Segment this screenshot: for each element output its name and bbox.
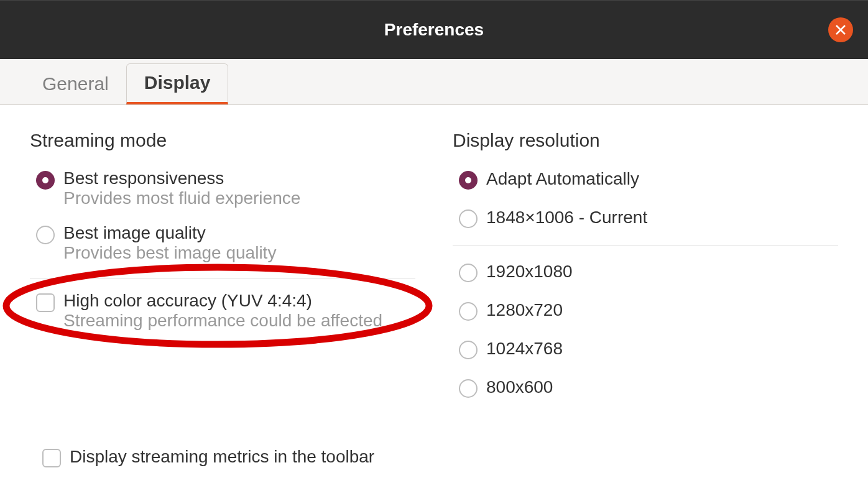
resolution-1080-label: 1920x1080 [486,262,573,282]
radio-resolution-768[interactable] [459,341,478,359]
resolution-1024x768[interactable]: 1024x768 [453,338,838,359]
resolution-title: Display resolution [453,130,838,151]
resolution-column: Display resolution Adapt Automatically 1… [453,130,838,415]
option-text: Best image quality Provides best image q… [63,223,276,263]
resolution-1280x720[interactable]: 1280x720 [453,300,838,321]
option-best-responsiveness[interactable]: Best responsiveness Provides most fluid … [30,168,415,208]
checkbox-display-metrics[interactable] [42,449,61,467]
radio-best-responsiveness[interactable] [36,171,55,190]
radio-resolution-1080[interactable] [459,264,478,282]
option-text: Best responsiveness Provides most fluid … [63,168,300,208]
close-button[interactable] [828,17,853,42]
best-quality-label: Best image quality [63,223,276,243]
resolution-current-label: 1848×1006 - Current [486,208,647,228]
tab-display[interactable]: Display [126,63,229,104]
resolution-auto[interactable]: Adapt Automatically [453,168,838,190]
best-responsiveness-sub: Provides most fluid experience [63,188,300,208]
resolution-1920x1080[interactable]: 1920x1080 [453,261,838,282]
divider [30,278,415,278]
tab-general[interactable]: General [25,63,126,104]
radio-resolution-600[interactable] [459,379,478,398]
streaming-mode-title: Streaming mode [30,130,415,151]
resolution-600-label: 800x600 [486,377,553,397]
display-metrics-label: Display streaming metrics in the toolbar [70,447,374,467]
option-text: High color accuracy (YUV 4:4:4) Streamin… [63,291,382,331]
resolution-auto-label: Adapt Automatically [486,169,639,189]
resolution-768-label: 1024x768 [486,339,563,359]
radio-best-quality[interactable] [36,226,55,244]
divider [453,246,838,246]
window-title: Preferences [384,20,484,40]
resolution-800x600[interactable]: 800x600 [453,377,838,398]
titlebar: Preferences [0,0,868,59]
radio-resolution-720[interactable] [459,302,478,321]
radio-resolution-current[interactable] [459,209,478,228]
streaming-column: Streaming mode Best responsiveness Provi… [30,130,415,415]
resolution-720-label: 1280x720 [486,300,563,320]
resolution-current[interactable]: 1848×1006 - Current [453,207,838,228]
high-color-sub: Streaming performance could be affected [63,311,382,331]
option-display-metrics[interactable]: Display streaming metrics in the toolbar [36,446,374,467]
option-best-quality[interactable]: Best image quality Provides best image q… [30,223,415,263]
high-color-label: High color accuracy (YUV 4:4:4) [63,291,382,311]
tabbar: General Display [0,59,868,105]
option-high-color[interactable]: High color accuracy (YUV 4:4:4) Streamin… [30,291,415,331]
radio-resolution-auto[interactable] [459,171,478,190]
checkbox-high-color[interactable] [36,293,55,312]
best-responsiveness-label: Best responsiveness [63,168,300,188]
content: Streaming mode Best responsiveness Provi… [0,105,868,428]
best-quality-sub: Provides best image quality [63,243,276,263]
close-icon [835,24,846,35]
